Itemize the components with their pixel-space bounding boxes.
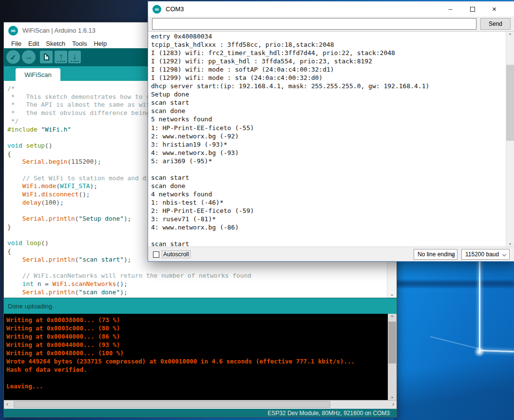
new-sketch-icon [44,54,49,60]
save-sketch-icon: ↓ [71,53,78,62]
horizontal-scrollbar-thumb[interactable] [14,401,330,408]
scroll-up-icon[interactable]: ⌃ [506,33,514,38]
scroll-left-icon[interactable]: ‹ [6,401,8,407]
upload-button[interactable]: → [22,50,36,64]
serial-input[interactable] [152,18,476,30]
upload-status-text: Done uploading. [8,303,54,310]
console-vertical-scrollbar[interactable]: ⌃ ⌄ [388,314,397,400]
menu-help[interactable]: Help [90,40,110,47]
serial-vertical-scrollbar[interactable]: ⌃ ⌄ [506,32,514,247]
serial-input-row: Send [148,17,514,31]
ide-status-footer: ESP32 Dev Module, 80MHz, 921600 on COM3 [4,409,397,417]
maximize-button[interactable] [461,1,483,17]
upload-arrow-icon: → [25,53,33,61]
menu-tools[interactable]: Tools [69,40,90,47]
serial-monitor-title: COM3 [166,5,184,13]
open-sketch-button[interactable]: ↑ [55,51,67,63]
baud-rate-select[interactable]: 115200 baud [461,249,510,260]
wallpaper-shadow-band [394,280,514,288]
new-sketch-button[interactable] [40,51,53,63]
tab-wifiscan[interactable]: WiFiScan [16,68,60,81]
scroll-down-icon[interactable]: ⌄ [387,291,397,297]
scroll-down-icon[interactable]: ⌄ [388,394,397,399]
autoscroll-checkbox[interactable] [153,251,159,258]
menu-sketch[interactable]: Sketch [42,40,69,47]
minimize-button[interactable]: ─ [439,1,461,17]
minimize-icon: ─ [448,6,453,13]
verify-button[interactable]: ✓ [6,50,20,64]
serial-scrollbar-thumb[interactable] [506,65,514,141]
arduino-logo-icon: ∞ [152,5,161,14]
ide-window-title: WiFiScan | Arduino 1.6.13 [22,27,95,34]
arduino-logo-icon: ∞ [8,26,18,36]
send-button[interactable]: Send [480,18,511,30]
console-text: Writing at 0x00038000... (73 %) Writing … [6,316,355,390]
open-sketch-icon: ↑ [57,53,65,62]
upload-console: Writing at 0x00038000... (73 %) Writing … [4,314,397,400]
serial-monitor-title-bar[interactable]: ∞ COM3 ─ ✕ [148,1,514,17]
close-button[interactable]: ✕ [483,1,505,17]
wallpaper-floor-shade [394,336,514,420]
baud-rate-value: 115200 baud [465,251,499,258]
menu-edit[interactable]: Edit [25,40,42,47]
scroll-up-icon[interactable]: ⌃ [388,315,397,320]
serial-monitor-window: ∞ COM3 ─ ✕ Send entry 0x40080034 tcpip_t… [148,1,514,262]
save-sketch-button[interactable]: ↓ [68,51,81,63]
console-horizontal-scrollbar[interactable]: ‹ › [4,400,397,409]
menu-file[interactable]: File [8,40,25,47]
wallpaper-light-glow [474,346,485,357]
line-ending-select[interactable]: No line ending [414,249,457,260]
chevron-down-icon [502,252,506,256]
close-icon: ✕ [492,6,496,13]
serial-output-area: entry 0x40080034 tcpip_task_hdlxxx : 3ff… [148,31,514,247]
upload-status-bar: Done uploading. [4,298,397,314]
board-status-text: ESP32 Dev Module, 80MHz, 921600 on COM3 [267,410,390,417]
console-scrollbar-thumb[interactable] [388,322,396,363]
serial-output-text: entry 0x40080034 tcpip_task_hdlxxx : 3ff… [151,32,429,247]
scroll-down-icon[interactable]: ⌄ [506,240,514,246]
verify-check-icon: ✓ [10,54,17,61]
serial-monitor-bottom-bar: Autoscroll No line ending 115200 baud [148,247,514,261]
scroll-right-icon[interactable]: › [392,401,394,407]
autoscroll-label[interactable]: Autoscroll [162,251,190,258]
line-ending-value: No line ending [418,251,455,258]
wallpaper-light-beam-vertical [479,260,480,353]
maximize-icon [470,7,475,12]
